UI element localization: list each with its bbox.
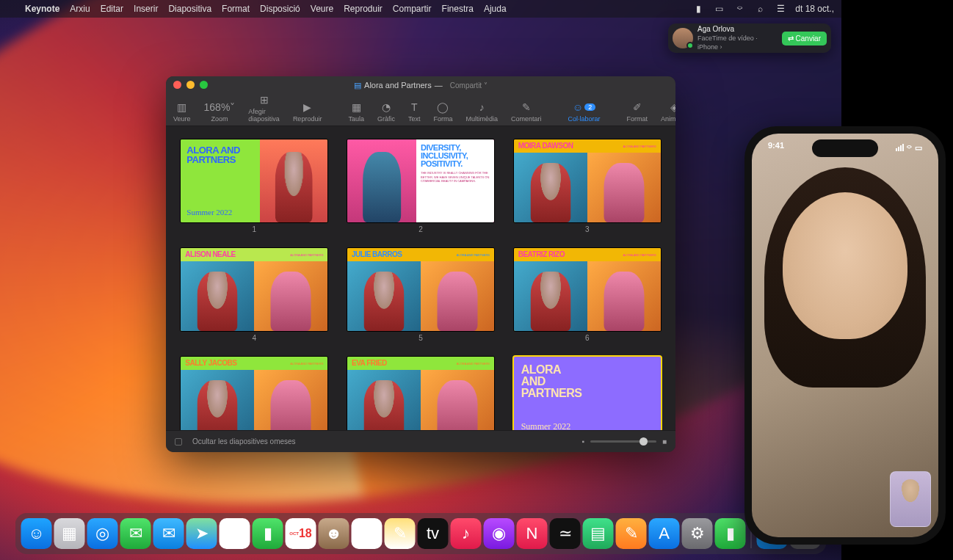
light-table-view[interactable]: ALORA AND PARTNERSSummer 20221DIVERSITY,… [166, 126, 675, 430]
menu-arxiu[interactable]: Arxiu [70, 4, 90, 14]
facetime-menubar-icon[interactable]: ▮ [692, 4, 704, 14]
notification-text: Aga Orlova FaceTime de vídeo · iPhone › [697, 25, 778, 51]
menu-reproduir[interactable]: Reproduir [344, 4, 383, 14]
slide-thumbnail-3[interactable]: MOIRA DAWSONALORA AND PARTNERS [514, 139, 661, 222]
slide-number: 3 [585, 225, 590, 233]
animate-inspector-button[interactable]: ◈Animació [661, 101, 675, 123]
slide-number: 5 [418, 334, 423, 342]
dock-podcasts[interactable]: ◉ [484, 518, 515, 549]
dock: ☺▦◎✉✉➤✿▮OCT18☻☰✎tv♪◉N≃▤✎A⚙▮⬇🗑 [15, 513, 827, 554]
dock-appstore[interactable]: A [649, 518, 680, 549]
dock-contacts[interactable]: ☻ [319, 518, 349, 549]
slide-thumbnail-7[interactable]: SALLY JACOBSALORA AND PARTNERS [181, 357, 327, 430]
add-slide-button[interactable]: ⊞Afegir diapositiva [248, 93, 280, 123]
iphone-screen[interactable]: 9:41 ⌔ ▭ [752, 134, 938, 537]
format-inspector-button[interactable]: ✐Format [627, 101, 648, 123]
dock-mail[interactable]: ✉ [153, 518, 184, 549]
slide-number: 6 [585, 334, 590, 342]
facetime-self-view[interactable] [890, 471, 931, 527]
window-titlebar[interactable]: ▤ Alora and Partners — Compartit ˅ [166, 76, 675, 94]
collaborate-button[interactable]: ☺2Col·laborar [568, 101, 601, 123]
mac-desktop: Keynote Arxiu Editar Inserir Diapositiva… [0, 0, 841, 560]
slide-thumbnail-6[interactable]: BEATRIZ RIZOALORA AND PARTNERS [514, 248, 661, 331]
dock-photos[interactable]: ✿ [220, 518, 250, 549]
dock-tv[interactable]: tv [418, 518, 449, 549]
caller-avatar [673, 28, 693, 48]
dock-reminders[interactable]: ☰ [352, 518, 383, 549]
dock-calendar[interactable]: OCT18 [286, 518, 316, 549]
battery-icon[interactable]: ▭ [713, 4, 725, 14]
slide-number: 1 [253, 225, 257, 233]
hide-skipped-checkbox[interactable] [175, 438, 182, 446]
control-center-icon[interactable]: ☰ [775, 4, 786, 14]
switch-button[interactable]: ⇄ Canviar [782, 32, 827, 46]
facetime-status-dot [686, 42, 694, 49]
dock-settings[interactable]: ⚙ [682, 518, 713, 549]
zoom-control[interactable]: 168% ˅Zoom [204, 101, 236, 123]
notification-subtitle: FaceTime de vídeo · iPhone › [697, 34, 778, 51]
caller-name: Aga Orlova [697, 25, 778, 34]
spotlight-icon[interactable]: ⌕ [754, 4, 766, 14]
menu-diapositiva[interactable]: Diapositiva [168, 4, 211, 14]
slide-thumbnail-5[interactable]: JULIE BARROSALORA AND PARTNERS [347, 248, 494, 331]
minimize-button[interactable] [186, 81, 195, 89]
fullscreen-button[interactable] [200, 81, 208, 89]
dock-maps[interactable]: ➤ [186, 518, 217, 549]
menubar: Keynote Arxiu Editar Inserir Diapositiva… [0, 0, 841, 18]
zoom-knob[interactable] [639, 437, 648, 446]
iphone-device: 9:41 ⌔ ▭ [744, 126, 946, 545]
title-separator: — [435, 81, 443, 90]
menu-editar[interactable]: Editar [101, 4, 123, 14]
thumbnail-large-icon[interactable]: ■ [662, 437, 667, 446]
media-button[interactable]: ♪Multimèdia [465, 101, 498, 123]
shared-indicator[interactable]: Compartit ˅ [450, 81, 488, 90]
keynote-window: ▤ Alora and Partners — Compartit ˅ ▥Veur… [166, 76, 675, 452]
dock-numbers[interactable]: ▤ [583, 518, 614, 549]
document-title: Alora and Partners [364, 81, 432, 90]
menu-inserir[interactable]: Inserir [134, 4, 158, 14]
menu-disposicio[interactable]: Disposició [260, 4, 300, 14]
comment-button[interactable]: ✎Comentari [511, 101, 542, 123]
menu-veure[interactable]: Veure [311, 4, 333, 14]
slide-thumbnail-2[interactable]: DIVERSITY, INCLUSIVITY, POSITIVITY.THE I… [347, 139, 494, 222]
dock-messages[interactable]: ✉ [120, 518, 151, 549]
slide-number: 2 [418, 225, 423, 233]
view-button[interactable]: ▥Veure [173, 101, 191, 123]
slide-thumbnail-4[interactable]: ALISON NEALEALORA AND PARTNERS [181, 248, 327, 331]
slide-thumbnail-8[interactable]: EVA FRIEDALORA AND PARTNERS [347, 357, 494, 430]
dock-facetime2[interactable]: ▮ [715, 518, 746, 549]
shape-button[interactable]: ◯Forma [433, 101, 452, 123]
menubar-date[interactable]: dt 18 oct., [795, 4, 834, 14]
dock-launchpad[interactable]: ▦ [54, 518, 85, 549]
dock-notes[interactable]: ✎ [385, 518, 416, 549]
dock-stocks[interactable]: ≃ [550, 518, 581, 549]
wifi-icon[interactable]: ⌔ [733, 4, 745, 14]
hide-skipped-label: Ocultar les diapositives omeses [192, 437, 296, 446]
chart-button[interactable]: ◔Gràfic [377, 101, 395, 123]
table-button[interactable]: ▦Taula [348, 101, 364, 123]
doc-icon: ▤ [354, 81, 361, 90]
dock-facetime[interactable]: ▮ [253, 518, 283, 549]
dock-safari[interactable]: ◎ [87, 518, 118, 549]
app-menu[interactable]: Keynote [25, 4, 59, 14]
close-button[interactable] [173, 81, 181, 89]
menu-format[interactable]: Format [222, 4, 250, 14]
slide-number: 4 [253, 334, 257, 342]
dock-news[interactable]: N [517, 518, 548, 549]
dock-pages[interactable]: ✎ [616, 518, 647, 549]
menu-ajuda[interactable]: Ajuda [484, 4, 507, 14]
keynote-footer: Ocultar les diapositives omeses ▪ ■ [166, 430, 675, 452]
traffic-lights [173, 81, 208, 89]
facetime-handoff-notification[interactable]: Aga Orlova FaceTime de vídeo · iPhone › … [668, 23, 831, 53]
menu-compartir[interactable]: Compartir [393, 4, 432, 14]
thumbnail-zoom-slider[interactable] [590, 440, 656, 443]
dock-music[interactable]: ♪ [451, 518, 482, 549]
slide-thumbnail-1[interactable]: ALORA AND PARTNERSSummer 2022 [181, 139, 327, 222]
text-button[interactable]: TText [408, 101, 421, 123]
keynote-toolbar: ▥Veure 168% ˅Zoom ⊞Afegir diapositiva ▶R… [166, 94, 675, 126]
menu-finestra[interactable]: Finestra [442, 4, 474, 14]
slide-thumbnail-9[interactable]: ALORAANDPARTNERSSummer 2022 [514, 357, 661, 430]
thumbnail-small-icon[interactable]: ▪ [581, 437, 584, 446]
play-button[interactable]: ▶Reproduir [293, 101, 322, 123]
dock-finder[interactable]: ☺ [21, 518, 52, 549]
